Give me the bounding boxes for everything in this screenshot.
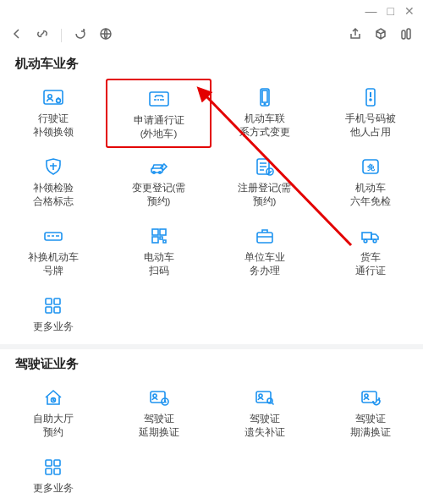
svg-rect-23 bbox=[257, 233, 272, 243]
license-clock-icon bbox=[147, 387, 171, 408]
cell-ebike-scan[interactable]: 电动车 扫码 bbox=[106, 217, 212, 287]
cell-more-vehicle[interactable]: 更多业务 bbox=[0, 287, 106, 344]
svg-text:免: 免 bbox=[365, 163, 375, 172]
section-title-license: 驾驶证业务 bbox=[0, 349, 423, 379]
phone-alert-icon bbox=[359, 87, 382, 107]
cell-selfservice-appoint[interactable]: 自助大厅 预约 bbox=[0, 379, 106, 448]
label: 补换机动车 号牌 bbox=[28, 251, 79, 277]
label: 申请通行证 (外地车) bbox=[134, 114, 184, 140]
cell-license-replace[interactable]: 行驶证 补领换领 bbox=[0, 79, 106, 148]
svg-point-33 bbox=[153, 394, 157, 397]
cell-license-renew[interactable]: 驾驶证 期满换证 bbox=[317, 379, 423, 448]
phone-icon bbox=[253, 87, 277, 107]
svg-rect-30 bbox=[54, 307, 60, 313]
label: 行驶证 补领换领 bbox=[33, 112, 74, 139]
cell-company-vehicle[interactable]: 单位车业 务办理 bbox=[212, 217, 317, 287]
svg-rect-6 bbox=[150, 92, 168, 106]
grid-license: 自助大厅 预约 驾驶证 延期换证 驾驶证 遗失补证 驾驶证 期满换证 bbox=[0, 379, 423, 448]
music-icon[interactable] bbox=[399, 27, 413, 44]
window-min[interactable]: — bbox=[365, 4, 377, 18]
label: 机动车联 系方式变更 bbox=[239, 112, 290, 139]
divider bbox=[61, 29, 62, 42]
shield-icon bbox=[41, 156, 65, 177]
grid-vehicle: 行驶证 补领换领 申请通行证 (外地车) 机动车联 系方式变更 手机号码被 他人… bbox=[0, 79, 423, 287]
label: 变更登记(需 预约) bbox=[132, 182, 186, 208]
cell-license-lost[interactable]: 驾驶证 遗失补证 bbox=[212, 379, 317, 448]
svg-rect-32 bbox=[151, 392, 165, 403]
toolbar bbox=[0, 22, 423, 49]
label: 驾驶证 遗失补证 bbox=[244, 413, 285, 439]
label: 手机号码被 他人占用 bbox=[345, 112, 396, 139]
svg-rect-2 bbox=[407, 29, 410, 39]
label: 注册登记(需 预约) bbox=[238, 182, 292, 208]
window-titlebar: — □ ✕ bbox=[0, 0, 423, 22]
label: 更多业务 bbox=[33, 482, 74, 496]
window-max[interactable]: □ bbox=[387, 4, 394, 18]
cube-icon[interactable] bbox=[374, 27, 387, 44]
car-edit-icon bbox=[147, 156, 171, 177]
cell-apply-pass[interactable]: 申请通行证 (外地车) bbox=[106, 79, 212, 148]
globe-icon[interactable] bbox=[99, 27, 113, 44]
svg-point-9 bbox=[264, 103, 266, 105]
label: 驾驶证 延期换证 bbox=[139, 413, 179, 439]
label: 补领检验 合格标志 bbox=[33, 182, 74, 208]
grid-icon bbox=[41, 295, 65, 315]
cell-truck-pass[interactable]: 货车 通行证 bbox=[317, 217, 423, 287]
qr-icon bbox=[147, 226, 171, 246]
cell-inspection-mark[interactable]: 补领检验 合格标志 bbox=[0, 148, 106, 217]
license-refresh-icon bbox=[359, 387, 382, 408]
label: 更多业务 bbox=[33, 320, 74, 334]
svg-point-39 bbox=[365, 394, 368, 397]
badge-free-icon: 免 bbox=[359, 156, 382, 177]
house-icon bbox=[41, 387, 65, 408]
label: 单位车业 务办理 bbox=[244, 251, 285, 277]
svg-point-11 bbox=[370, 99, 371, 101]
refresh-icon[interactable] bbox=[74, 27, 87, 44]
label: 驾驶证 期满换证 bbox=[350, 413, 391, 439]
svg-point-4 bbox=[47, 95, 51, 98]
cell-phone-occupied[interactable]: 手机号码被 他人占用 bbox=[317, 79, 423, 148]
cell-more-license[interactable]: 更多业务 bbox=[0, 448, 106, 504]
back-icon[interactable] bbox=[10, 27, 24, 44]
svg-rect-24 bbox=[362, 233, 371, 239]
svg-point-36 bbox=[259, 394, 262, 397]
cell-change-register[interactable]: 变更登记(需 预约) bbox=[106, 148, 212, 217]
label: 货车 通行证 bbox=[355, 251, 386, 277]
doc-check-icon bbox=[253, 156, 277, 177]
label: 机动车 六年免检 bbox=[350, 182, 391, 208]
cell-register[interactable]: 注册登记(需 预约) bbox=[212, 148, 317, 217]
svg-rect-40 bbox=[46, 460, 52, 466]
cell-six-year-free[interactable]: 免 机动车 六年免检 bbox=[317, 148, 423, 217]
label: 电动车 扫码 bbox=[144, 251, 174, 277]
briefcase-icon bbox=[253, 226, 277, 246]
svg-rect-42 bbox=[46, 468, 52, 474]
doc-user-icon bbox=[41, 87, 65, 107]
cell-license-extend[interactable]: 驾驶证 延期换证 bbox=[106, 379, 212, 448]
window-close[interactable]: ✕ bbox=[404, 4, 415, 18]
car-card-icon bbox=[147, 89, 171, 109]
share-icon[interactable] bbox=[349, 27, 362, 44]
cell-plate-replace[interactable]: 补换机动车 号牌 bbox=[0, 217, 106, 287]
label: 自助大厅 预约 bbox=[33, 413, 74, 439]
svg-rect-41 bbox=[54, 460, 60, 466]
svg-rect-29 bbox=[46, 307, 52, 313]
svg-rect-35 bbox=[256, 392, 271, 403]
svg-rect-38 bbox=[362, 392, 376, 403]
svg-rect-28 bbox=[54, 299, 60, 304]
svg-rect-22 bbox=[152, 237, 158, 243]
svg-rect-20 bbox=[152, 229, 158, 235]
grid-icon bbox=[41, 457, 65, 477]
plate-icon bbox=[41, 226, 65, 246]
svg-rect-27 bbox=[46, 299, 52, 304]
truck-icon bbox=[359, 226, 382, 246]
link-icon[interactable] bbox=[36, 27, 49, 44]
cell-contact-change[interactable]: 机动车联 系方式变更 bbox=[212, 79, 317, 148]
svg-rect-21 bbox=[160, 229, 166, 235]
license-search-icon bbox=[253, 387, 277, 408]
svg-rect-43 bbox=[54, 468, 60, 474]
section-title-vehicle: 机动车业务 bbox=[0, 49, 423, 79]
svg-point-25 bbox=[364, 239, 367, 243]
svg-point-26 bbox=[373, 239, 376, 243]
svg-rect-1 bbox=[402, 30, 405, 39]
svg-rect-8 bbox=[262, 90, 267, 102]
